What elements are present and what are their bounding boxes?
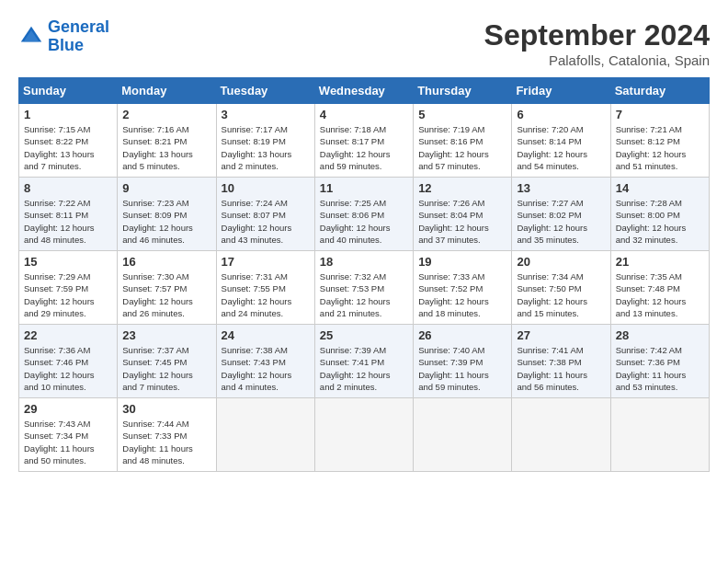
- day-info: Sunrise: 7:31 AM Sunset: 7:55 PM Dayligh…: [222, 270, 310, 319]
- title-block: September 2024 Palafolls, Catalonia, Spa…: [484, 18, 710, 68]
- header-friday: Friday: [512, 78, 610, 104]
- day-number: 18: [320, 255, 408, 269]
- day-cell: 4Sunrise: 7:18 AM Sunset: 8:17 PM Daylig…: [314, 104, 413, 178]
- day-info: Sunrise: 7:18 AM Sunset: 8:17 PM Dayligh…: [320, 123, 408, 172]
- day-info: Sunrise: 7:30 AM Sunset: 7:57 PM Dayligh…: [122, 270, 210, 319]
- day-cell: [314, 398, 413, 472]
- day-cell: 26Sunrise: 7:40 AM Sunset: 7:39 PM Dayli…: [414, 325, 512, 398]
- day-info: Sunrise: 7:25 AM Sunset: 8:06 PM Dayligh…: [320, 197, 408, 246]
- day-cell: 27Sunrise: 7:41 AM Sunset: 7:38 PM Dayli…: [512, 325, 610, 398]
- header-saturday: Saturday: [610, 78, 709, 104]
- week-row-4: 22Sunrise: 7:36 AM Sunset: 7:46 PM Dayli…: [19, 325, 710, 398]
- week-row-2: 8Sunrise: 7:22 AM Sunset: 8:11 PM Daylig…: [19, 178, 710, 251]
- day-number: 28: [616, 328, 704, 342]
- logo-line2: Blue: [48, 36, 84, 54]
- day-number: 8: [24, 181, 112, 195]
- header-wednesday: Wednesday: [314, 78, 413, 104]
- day-number: 5: [418, 108, 506, 121]
- day-cell: [216, 398, 314, 472]
- day-number: 15: [24, 255, 112, 269]
- logo: General Blue: [18, 18, 109, 55]
- day-cell: 8Sunrise: 7:22 AM Sunset: 8:11 PM Daylig…: [19, 178, 118, 251]
- day-cell: 28Sunrise: 7:42 AM Sunset: 7:36 PM Dayli…: [610, 325, 709, 398]
- day-info: Sunrise: 7:23 AM Sunset: 8:09 PM Dayligh…: [122, 197, 210, 246]
- day-number: 9: [122, 181, 210, 195]
- day-number: 11: [320, 181, 408, 195]
- day-info: Sunrise: 7:35 AM Sunset: 7:48 PM Dayligh…: [616, 270, 704, 319]
- header-tuesday: Tuesday: [216, 78, 314, 104]
- day-number: 14: [616, 181, 704, 195]
- day-number: 23: [122, 328, 210, 342]
- day-number: 2: [122, 108, 210, 121]
- day-info: Sunrise: 7:44 AM Sunset: 7:33 PM Dayligh…: [122, 418, 210, 466]
- day-number: 29: [24, 402, 112, 416]
- day-info: Sunrise: 7:34 AM Sunset: 7:50 PM Dayligh…: [517, 270, 605, 319]
- day-number: 12: [418, 181, 506, 195]
- logo-text: General Blue: [48, 18, 109, 55]
- day-info: Sunrise: 7:17 AM Sunset: 8:19 PM Dayligh…: [222, 123, 310, 172]
- day-info: Sunrise: 7:39 AM Sunset: 7:41 PM Dayligh…: [320, 344, 408, 393]
- day-info: Sunrise: 7:26 AM Sunset: 8:04 PM Dayligh…: [418, 197, 506, 246]
- logo-icon: [18, 24, 44, 50]
- day-cell: 1Sunrise: 7:15 AM Sunset: 8:22 PM Daylig…: [19, 104, 118, 178]
- day-cell: 29Sunrise: 7:43 AM Sunset: 7:34 PM Dayli…: [19, 398, 118, 472]
- day-info: Sunrise: 7:19 AM Sunset: 8:16 PM Dayligh…: [418, 123, 506, 172]
- day-number: 3: [222, 108, 310, 121]
- day-info: Sunrise: 7:32 AM Sunset: 7:53 PM Dayligh…: [320, 270, 408, 319]
- header-monday: Monday: [118, 78, 216, 104]
- day-info: Sunrise: 7:21 AM Sunset: 8:12 PM Dayligh…: [616, 123, 704, 172]
- location: Palafolls, Catalonia, Spain: [484, 52, 710, 68]
- header-sunday: Sunday: [19, 78, 118, 104]
- day-cell: 7Sunrise: 7:21 AM Sunset: 8:12 PM Daylig…: [610, 104, 709, 178]
- day-info: Sunrise: 7:20 AM Sunset: 8:14 PM Dayligh…: [517, 123, 605, 172]
- day-cell: 14Sunrise: 7:28 AM Sunset: 8:00 PM Dayli…: [610, 178, 709, 251]
- day-number: 17: [222, 255, 310, 269]
- day-info: Sunrise: 7:36 AM Sunset: 7:46 PM Dayligh…: [24, 344, 112, 393]
- day-cell: 22Sunrise: 7:36 AM Sunset: 7:46 PM Dayli…: [19, 325, 118, 398]
- day-cell: 19Sunrise: 7:33 AM Sunset: 7:52 PM Dayli…: [414, 251, 512, 325]
- day-number: 26: [418, 328, 506, 342]
- day-cell: [414, 398, 512, 472]
- day-info: Sunrise: 7:22 AM Sunset: 8:11 PM Dayligh…: [24, 197, 112, 246]
- calendar-table: SundayMondayTuesdayWednesdayThursdayFrid…: [18, 77, 710, 472]
- day-cell: 6Sunrise: 7:20 AM Sunset: 8:14 PM Daylig…: [512, 104, 610, 178]
- day-cell: 16Sunrise: 7:30 AM Sunset: 7:57 PM Dayli…: [118, 251, 216, 325]
- day-cell: 20Sunrise: 7:34 AM Sunset: 7:50 PM Dayli…: [512, 251, 610, 325]
- day-cell: [610, 398, 709, 472]
- day-cell: 25Sunrise: 7:39 AM Sunset: 7:41 PM Dayli…: [314, 325, 413, 398]
- day-cell: 15Sunrise: 7:29 AM Sunset: 7:59 PM Dayli…: [19, 251, 118, 325]
- day-cell: 11Sunrise: 7:25 AM Sunset: 8:06 PM Dayli…: [314, 178, 413, 251]
- day-info: Sunrise: 7:16 AM Sunset: 8:21 PM Dayligh…: [122, 123, 210, 172]
- day-info: Sunrise: 7:43 AM Sunset: 7:34 PM Dayligh…: [24, 418, 112, 466]
- day-info: Sunrise: 7:37 AM Sunset: 7:45 PM Dayligh…: [122, 344, 210, 393]
- day-cell: 2Sunrise: 7:16 AM Sunset: 8:21 PM Daylig…: [118, 104, 216, 178]
- day-number: 22: [24, 328, 112, 342]
- day-number: 16: [122, 255, 210, 269]
- day-info: Sunrise: 7:42 AM Sunset: 7:36 PM Dayligh…: [616, 344, 704, 393]
- day-number: 6: [517, 108, 605, 121]
- day-number: 20: [517, 255, 605, 269]
- page-header: General Blue September 2024 Palafolls, C…: [18, 18, 710, 68]
- calendar-header-row: SundayMondayTuesdayWednesdayThursdayFrid…: [19, 78, 710, 104]
- day-info: Sunrise: 7:27 AM Sunset: 8:02 PM Dayligh…: [517, 197, 605, 246]
- day-cell: 24Sunrise: 7:38 AM Sunset: 7:43 PM Dayli…: [216, 325, 314, 398]
- day-cell: 9Sunrise: 7:23 AM Sunset: 8:09 PM Daylig…: [118, 178, 216, 251]
- day-number: 27: [517, 328, 605, 342]
- day-number: 13: [517, 181, 605, 195]
- day-number: 19: [418, 255, 506, 269]
- day-cell: 30Sunrise: 7:44 AM Sunset: 7:33 PM Dayli…: [118, 398, 216, 472]
- day-info: Sunrise: 7:28 AM Sunset: 8:00 PM Dayligh…: [616, 197, 704, 246]
- day-info: Sunrise: 7:38 AM Sunset: 7:43 PM Dayligh…: [222, 344, 310, 393]
- day-cell: 23Sunrise: 7:37 AM Sunset: 7:45 PM Dayli…: [118, 325, 216, 398]
- day-number: 10: [222, 181, 310, 195]
- day-number: 21: [616, 255, 704, 269]
- day-cell: 5Sunrise: 7:19 AM Sunset: 8:16 PM Daylig…: [414, 104, 512, 178]
- day-cell: 3Sunrise: 7:17 AM Sunset: 8:19 PM Daylig…: [216, 104, 314, 178]
- day-number: 1: [24, 108, 112, 121]
- day-number: 30: [122, 402, 210, 416]
- logo-line1: General: [48, 17, 109, 36]
- day-cell: 10Sunrise: 7:24 AM Sunset: 8:07 PM Dayli…: [216, 178, 314, 251]
- week-row-3: 15Sunrise: 7:29 AM Sunset: 7:59 PM Dayli…: [19, 251, 710, 325]
- week-row-5: 29Sunrise: 7:43 AM Sunset: 7:34 PM Dayli…: [19, 398, 710, 472]
- day-number: 24: [222, 328, 310, 342]
